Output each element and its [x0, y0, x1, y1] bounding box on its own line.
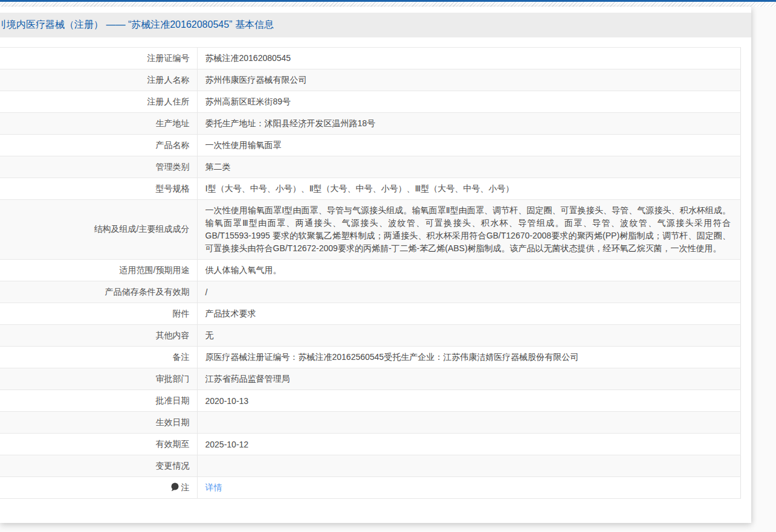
- row-label-text: 注册人住所: [147, 97, 190, 106]
- row-label: 有效期至: [0, 434, 197, 455]
- row-label-text: 其他内容: [156, 330, 190, 340]
- row-label-text: 批准日期: [156, 396, 190, 405]
- diagonal-stripe-texture: [0, 2, 776, 7]
- row-value: 苏州伟康医疗器械有限公司: [197, 69, 741, 91]
- row-label: 附件: [0, 303, 197, 325]
- row-label-text: 生产地址: [156, 118, 190, 128]
- table-row: 批准日期2020-10-13: [0, 390, 741, 412]
- row-label: 其他内容: [0, 325, 197, 347]
- row-label-text: 结构及组成/主要组成成分: [94, 224, 190, 234]
- row-label: 适用范围/预期用途: [0, 260, 197, 281]
- registration-info-table: 注册证编号苏械注准20162080545注册人名称苏州伟康医疗器械有限公司注册人…: [0, 47, 741, 499]
- row-label-text: 附件: [173, 309, 190, 318]
- page-title-bar: 刂 境内医疗器械（注册） —— “苏械注准20162080545” 基本信息: [0, 13, 751, 37]
- row-label: 结构及组成/主要组成成分: [0, 200, 197, 260]
- row-label: 批准日期: [0, 390, 197, 412]
- row-label: 注册人住所: [0, 91, 197, 113]
- row-value: 2020-10-13: [197, 390, 741, 412]
- table-row: 有效期至2025-10-12: [0, 434, 741, 455]
- row-value: 苏械注准20162080545: [197, 48, 741, 69]
- row-label: 管理类别: [0, 156, 197, 178]
- row-label-text: 注册证编号: [147, 53, 190, 63]
- row-label-text: 备注: [173, 352, 190, 362]
- row-value: 江苏省药品监督管理局: [197, 368, 741, 390]
- row-value: 产品技术要求: [197, 303, 741, 325]
- row-value: 供人体输入氧气用。: [197, 260, 741, 281]
- table-row: 附件产品技术要求: [0, 303, 741, 325]
- row-label-text: 注册人名称: [147, 75, 190, 85]
- row-label-text: 产品储存条件及有效期: [105, 287, 190, 296]
- row-value: 详情: [197, 477, 741, 499]
- row-value: 委托生产地址：沭阳县经济开发区温州路18号: [197, 113, 741, 135]
- row-value: 第二类: [197, 156, 741, 178]
- row-value: 2025-10-12: [197, 434, 741, 455]
- content-panel: 刂 境内医疗器械（注册） —— “苏械注准20162080545” 基本信息 注…: [0, 7, 751, 523]
- table-row: 其他内容无: [0, 325, 741, 347]
- row-label: 产品名称: [0, 135, 197, 156]
- table-row: 产品储存条件及有效期/: [0, 281, 741, 303]
- row-value: 苏州高新区旺米街89号: [197, 91, 741, 113]
- row-label-text: 变更情况: [156, 461, 190, 470]
- note-balloon-icon: [170, 482, 179, 492]
- row-label: 注册人名称: [0, 69, 197, 91]
- row-value: /: [197, 281, 741, 303]
- row-label-text: 有效期至: [156, 439, 190, 449]
- row-label-text: 型号规格: [156, 184, 190, 193]
- info-table-body: 注册证编号苏械注准20162080545注册人名称苏州伟康医疗器械有限公司注册人…: [0, 48, 741, 499]
- row-value: Ⅰ型（大号、中号、小号）、Ⅱ型（大号、中号、小号）、Ⅲ型（大号、中号、小号）: [197, 178, 741, 200]
- clipped-partial-character: 刂: [0, 19, 7, 31]
- row-value: 一次性使用输氧面罩: [197, 135, 741, 156]
- row-value: [197, 455, 741, 477]
- row-label: 产品储存条件及有效期: [0, 281, 197, 303]
- table-row: 变更情况: [0, 455, 741, 477]
- row-value: 一次性使用输氧面罩Ⅰ型由面罩、导管与气源接头组成。输氧面罩Ⅱ型由面罩、调节杆、固…: [197, 200, 741, 260]
- row-label: 注: [0, 477, 197, 499]
- row-label: 生产地址: [0, 113, 197, 135]
- table-row: 型号规格Ⅰ型（大号、中号、小号）、Ⅱ型（大号、中号、小号）、Ⅲ型（大号、中号、小…: [0, 178, 741, 200]
- table-row: 注详情: [0, 477, 741, 499]
- row-label: 注册证编号: [0, 48, 197, 69]
- row-label-text: 管理类别: [156, 162, 190, 171]
- detail-link[interactable]: 详情: [205, 482, 222, 492]
- row-value: 无: [197, 325, 741, 347]
- row-label-text: 注: [181, 482, 190, 492]
- table-row: 生效日期: [0, 412, 741, 434]
- row-label: 备注: [0, 347, 197, 368]
- table-row: 生产地址委托生产地址：沭阳县经济开发区温州路18号: [0, 113, 741, 135]
- table-row: 注册人住所苏州高新区旺米街89号: [0, 91, 741, 113]
- row-label: 生效日期: [0, 412, 197, 434]
- page-title: 境内医疗器械（注册） —— “苏械注准20162080545” 基本信息: [7, 19, 274, 31]
- row-value: 原医疗器械注册证编号：苏械注准20162560545受托生产企业：江苏伟康洁婧医…: [197, 347, 741, 368]
- table-row: 管理类别第二类: [0, 156, 741, 178]
- row-label: 型号规格: [0, 178, 197, 200]
- table-row: 备注原医疗器械注册证编号：苏械注准20162560545受托生产企业：江苏伟康洁…: [0, 347, 741, 368]
- row-label-text: 审批部门: [156, 374, 190, 383]
- row-label-text: 产品名称: [156, 140, 190, 150]
- table-row: 产品名称一次性使用输氧面罩: [0, 135, 741, 156]
- table-row: 审批部门江苏省药品监督管理局: [0, 368, 741, 390]
- row-value: [197, 412, 741, 434]
- table-row: 注册证编号苏械注准20162080545: [0, 48, 741, 69]
- row-label: 变更情况: [0, 455, 197, 477]
- table-row: 适用范围/预期用途供人体输入氧气用。: [0, 260, 741, 281]
- row-label-text: 生效日期: [156, 417, 190, 427]
- table-row: 注册人名称苏州伟康医疗器械有限公司: [0, 69, 741, 91]
- table-row: 结构及组成/主要组成成分一次性使用输氧面罩Ⅰ型由面罩、导管与气源接头组成。输氧面…: [0, 200, 741, 260]
- row-label-text: 适用范围/预期用途: [120, 265, 190, 275]
- row-label: 审批部门: [0, 368, 197, 390]
